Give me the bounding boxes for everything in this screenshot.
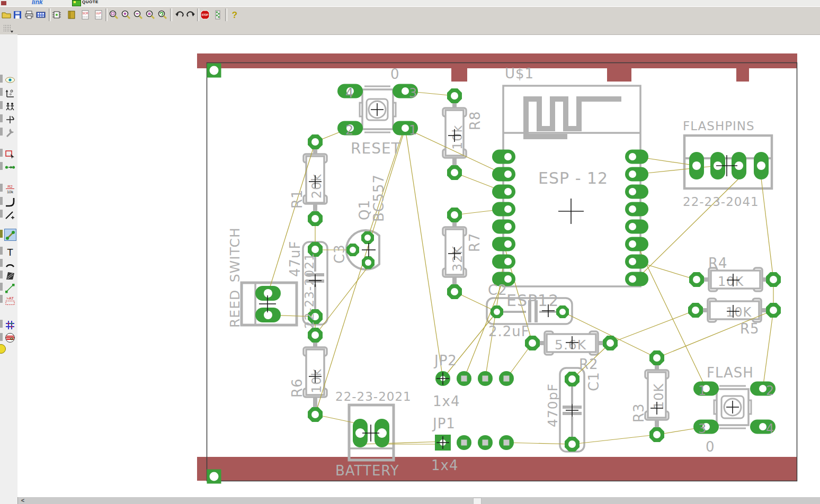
- zoom-fit-button[interactable]: [108, 9, 120, 21]
- desktop-icon-fragment: [1, 1, 6, 5]
- pad-hole: [629, 188, 636, 195]
- tool-fragment-circle[interactable]: [0, 344, 6, 354]
- pad-hole: [757, 161, 765, 170]
- zoom-select-icon: [145, 10, 156, 20]
- silk-label: 10k: [309, 368, 324, 393]
- tool-fragment[interactable]: [0, 149, 3, 157]
- pad-hole: [607, 339, 614, 347]
- svg-text:STOP: STOP: [202, 14, 208, 16]
- pad-number: 1: [409, 123, 417, 138]
- tool-fragment[interactable]: [0, 197, 3, 205]
- attribute-icon: >AT: [4, 294, 16, 306]
- pad-hole: [504, 170, 512, 178]
- tool-fragment[interactable]: [0, 101, 3, 109]
- text-tool[interactable]: T: [4, 246, 16, 258]
- save-button[interactable]: [12, 9, 23, 21]
- pad-hole: [568, 375, 576, 383]
- help-button[interactable]: ?: [229, 9, 240, 21]
- tool-fragment[interactable]: [0, 271, 3, 278]
- pad-hole: [504, 205, 512, 213]
- pad-hole: [451, 92, 458, 100]
- tool-fragment[interactable]: [0, 162, 3, 170]
- silk-label: 1x4: [433, 393, 460, 409]
- scrollbar-thumb[interactable]: [473, 498, 482, 504]
- tool-fragment[interactable]: [0, 210, 3, 218]
- pad-hole: [364, 235, 371, 241]
- open-button[interactable]: [1, 9, 12, 21]
- tool-fragment[interactable]: [0, 88, 3, 96]
- change-tool[interactable]: [4, 127, 16, 139]
- run-ulp-button[interactable]: ULP: [93, 9, 104, 21]
- attribute-tool[interactable]: >AT: [4, 294, 16, 306]
- silk-labels-layer: 0U$1RESET10kR8FLASHPINS22-23-2041ESP - 1…: [227, 66, 760, 479]
- tool-fragment[interactable]: [0, 259, 3, 267]
- scroll-left-button[interactable]: <: [18, 497, 28, 504]
- ratsnest-tool[interactable]: [4, 319, 16, 331]
- show-tool[interactable]: [4, 74, 16, 86]
- zoom-redraw-button[interactable]: [157, 9, 168, 21]
- tool-fragment[interactable]: [0, 230, 3, 238]
- pad-hole: [504, 153, 512, 160]
- pad-hole: [759, 385, 766, 392]
- zoom-in-button[interactable]: [120, 9, 132, 21]
- zoom-out-button[interactable]: [132, 9, 144, 21]
- silk-label: Q1: [356, 200, 372, 220]
- miter-tool[interactable]: [4, 196, 16, 208]
- tool-fragment[interactable]: [0, 75, 3, 83]
- stop-button[interactable]: STOP: [199, 9, 211, 21]
- undo-button[interactable]: [173, 9, 185, 21]
- tool-fragment[interactable]: [0, 114, 3, 122]
- desktop-icon-link[interactable]: link: [32, 0, 43, 6]
- pad-hole: [402, 87, 409, 95]
- library-button[interactable]: [66, 9, 77, 21]
- signal-tool[interactable]: [4, 282, 16, 294]
- pad-hole: [692, 307, 699, 314]
- silk-label: R1: [289, 189, 305, 209]
- value-tool[interactable]: R210k: [4, 183, 16, 195]
- library-icon: [66, 10, 77, 20]
- redo-button[interactable]: [185, 9, 197, 21]
- cam-processor-button[interactable]: [35, 9, 47, 21]
- run-script-button[interactable]: SCR: [79, 9, 91, 21]
- rotate-tool[interactable]: [4, 113, 16, 125]
- pinswap-tool[interactable]: [4, 100, 16, 112]
- silk-label: 0: [706, 439, 715, 455]
- horizontal-scrollbar[interactable]: <: [0, 497, 820, 504]
- tool-fragment[interactable]: [0, 283, 3, 291]
- tool-fragment[interactable]: [0, 128, 3, 136]
- pad-hole: [365, 259, 371, 266]
- mark-tool[interactable]: [4, 87, 16, 99]
- replace-tool[interactable]: [4, 148, 16, 160]
- silk-label: 20k: [309, 174, 324, 199]
- tool-fragment[interactable]: [0, 320, 3, 328]
- zoom-select-button[interactable]: [145, 9, 156, 21]
- split-icon: [4, 209, 16, 221]
- silk-label: 22-23-2021: [335, 390, 412, 403]
- pad: [625, 220, 648, 234]
- go-button[interactable]: [212, 9, 224, 21]
- airwire: [761, 178, 773, 280]
- grid-button[interactable]: [2, 24, 15, 34]
- arc-tool[interactable]: [4, 258, 16, 270]
- board-schematic-button[interactable]: [51, 9, 63, 21]
- pad-hole: [461, 376, 467, 382]
- desktop-icon-quote[interactable]: QUOTE: [82, 0, 99, 4]
- toolbar-separator: [105, 8, 108, 21]
- via-tool[interactable]: [4, 161, 16, 173]
- tool-fragment[interactable]: [0, 333, 3, 341]
- tool-fragment[interactable]: [0, 247, 3, 255]
- print-button[interactable]: [23, 9, 35, 21]
- board-canvas[interactable]: 43211234 0U$1RESET10kR8FLASHPINS22-23-20…: [17, 34, 820, 498]
- split-tool[interactable]: [4, 209, 16, 221]
- drc-tool[interactable]: [4, 331, 16, 344]
- arc-icon: [4, 258, 16, 270]
- route-tool-selected[interactable]: [4, 229, 16, 241]
- airwire: [763, 310, 773, 389]
- tool-fragment[interactable]: [0, 184, 3, 192]
- airwire: [443, 312, 497, 379]
- toolbar-row2: [0, 23, 820, 35]
- pad-hole: [504, 275, 512, 283]
- polygon-tool[interactable]: [4, 269, 16, 282]
- pad-hole: [402, 124, 409, 132]
- tool-fragment[interactable]: [0, 295, 3, 303]
